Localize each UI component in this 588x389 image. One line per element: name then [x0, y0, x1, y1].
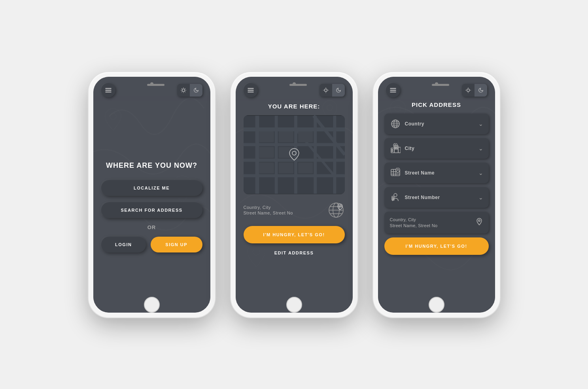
building-field-icon [390, 192, 401, 203]
city-field-icon [390, 143, 401, 154]
pick-address-title: PICK ADDRESS [384, 101, 489, 108]
map-address: Country, City Street Name, Street No [244, 205, 293, 215]
top-bar-2 [236, 77, 353, 101]
moon-btn-3[interactable] [475, 84, 487, 97]
street-field-icon [390, 168, 401, 178]
street-name-field[interactable]: Street Name ⌄ [384, 163, 489, 183]
city-field[interactable]: City ⌄ [384, 138, 489, 159]
globe-svg [327, 201, 345, 219]
svg-rect-85 [393, 197, 393, 198]
chevron-down-number: ⌄ [478, 194, 483, 201]
moon-btn-2[interactable] [332, 84, 345, 97]
street-number-label: Street Number [405, 195, 475, 200]
menu-button-1[interactable] [101, 83, 115, 97]
map-info-row: Country, City Street Name, Street No [244, 200, 345, 220]
address-summary: Country, City Street Name, Street No [384, 212, 489, 233]
phone-1: WHERE ARE YOU NOW? LOCALIZE ME SEARCH FO… [89, 72, 215, 317]
main-title-1: WHERE ARE YOU NOW? [106, 161, 197, 170]
svg-point-76 [395, 144, 396, 146]
svg-line-12 [185, 91, 185, 92]
svg-point-6 [182, 89, 185, 91]
phone-3: PICK ADDRESS Country ⌄ [373, 72, 500, 317]
hungry-button-3[interactable]: I'M HUNGRY, LET'S GO! [384, 237, 489, 255]
screen1-content: WHERE ARE YOU NOW? LOCALIZE ME SEARCH FO… [93, 101, 210, 313]
address-summary-text: Country, City Street Name, Street No [390, 217, 438, 228]
svg-rect-31 [274, 116, 278, 194]
country-field[interactable]: Country ⌄ [384, 114, 489, 134]
svg-rect-43 [278, 162, 293, 173]
sun-btn-2[interactable] [320, 84, 332, 97]
svg-rect-37 [259, 131, 274, 142]
svg-rect-39 [298, 131, 312, 142]
sun-icon-1 [180, 87, 187, 93]
phone-home-2 [286, 297, 302, 313]
moon-icon-3 [478, 87, 484, 93]
pin-icon-summary [475, 218, 483, 228]
screen-3: PICK ADDRESS Country ⌄ [378, 77, 495, 313]
menu-icon-2 [247, 87, 254, 94]
globe-field-icon [390, 119, 401, 129]
svg-rect-30 [255, 116, 259, 194]
moon-btn-1[interactable] [190, 84, 202, 97]
svg-rect-71 [392, 151, 393, 152]
search-address-button[interactable]: SEARCH FOR ADDRESS [101, 202, 202, 218]
theme-toggle-2[interactable] [320, 84, 345, 97]
auth-row: LOGIN SIGN UP [101, 237, 202, 252]
city-icon [390, 143, 401, 154]
svg-point-87 [478, 220, 480, 221]
menu-icon-3 [389, 87, 397, 94]
city-label: City [405, 146, 475, 151]
moon-icon-1 [193, 87, 199, 93]
chevron-down-street: ⌄ [478, 170, 483, 176]
or-label: OR [147, 224, 156, 230]
country-icon [390, 118, 401, 129]
globe-icon [327, 201, 345, 219]
summary-line1: Country, City [390, 217, 438, 222]
svg-rect-42 [259, 162, 274, 173]
chevron-down-country: ⌄ [478, 121, 483, 127]
svg-point-20 [324, 89, 327, 91]
you-are-here-title: YOU ARE HERE: [268, 103, 320, 110]
sun-btn-1[interactable] [177, 84, 190, 97]
theme-toggle-1[interactable] [177, 84, 202, 97]
svg-line-13 [182, 91, 182, 92]
localize-me-button[interactable]: LOCALIZE ME [101, 180, 202, 196]
summary-line2: Street Name, Street No [390, 223, 438, 228]
hungry-button-2[interactable]: I'M HUNGRY, LET'S GO! [244, 226, 345, 243]
svg-rect-67 [391, 148, 394, 153]
phone-home-1 [144, 297, 160, 313]
svg-rect-40 [259, 147, 274, 158]
svg-line-14 [185, 88, 185, 89]
edit-address-button[interactable]: EDIT ADDRESS [273, 249, 316, 257]
map-address-line1: Country, City [244, 205, 293, 210]
menu-button-3[interactable] [386, 83, 400, 97]
svg-rect-34 [333, 116, 336, 194]
signup-button[interactable]: SIGN UP [151, 237, 202, 252]
menu-icon-1 [105, 87, 112, 94]
login-button[interactable]: LOGIN [101, 237, 146, 252]
street-number-icon [390, 192, 401, 203]
screen-2: YOU ARE HERE: [236, 77, 353, 313]
top-bar-3 [378, 77, 495, 101]
phone-2: YOU ARE HERE: [231, 72, 357, 317]
svg-rect-75 [397, 148, 397, 149]
phone-speaker [147, 84, 164, 86]
svg-line-11 [182, 88, 182, 89]
screen3-content: PICK ADDRESS Country ⌄ [378, 101, 495, 313]
map-address-line2: Street Name, Street No [244, 211, 293, 215]
country-label: Country [405, 121, 475, 127]
phone-home-3 [429, 297, 444, 313]
chevron-down-city: ⌄ [478, 145, 483, 152]
sun-btn-3[interactable] [462, 84, 475, 97]
map-svg [244, 115, 345, 194]
sun-icon-2 [323, 87, 329, 93]
menu-button-2[interactable] [244, 83, 258, 97]
svg-rect-72 [395, 147, 396, 148]
screen-1: WHERE ARE YOU NOW? LOCALIZE ME SEARCH FO… [93, 77, 210, 313]
svg-rect-38 [278, 131, 293, 142]
svg-rect-41 [278, 147, 293, 158]
sun-icon-3 [465, 87, 471, 93]
map-container [244, 115, 345, 194]
theme-toggle-3[interactable] [462, 84, 487, 97]
street-number-field[interactable]: Street Number ⌄ [384, 187, 489, 208]
